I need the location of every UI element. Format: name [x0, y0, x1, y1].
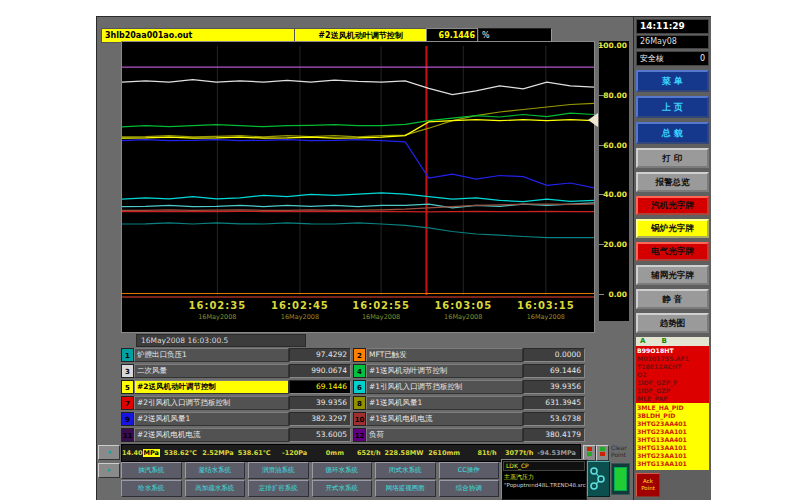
legend-value: 39.9356: [523, 380, 585, 394]
x-tick: 16:03:0516May2008: [423, 300, 503, 321]
legend-row-7[interactable]: 7#2引风机入口调节挡板控制39.9356: [121, 396, 351, 410]
legend-color-swatch: 1: [121, 348, 134, 362]
legend-color-swatch: 7: [121, 396, 134, 410]
panel-button[interactable]: 辅网光字牌: [636, 265, 709, 285]
legend-label: #1送风机动叶调节控制: [366, 364, 523, 378]
alarm-tab[interactable]: A: [640, 337, 645, 346]
legend-row-11[interactable]: 11#2送风机电机电流53.6005: [121, 428, 351, 442]
alarm-tag[interactable]: 3HTG23AA101: [637, 428, 708, 436]
alarm-tag[interactable]: B99O18HT: [637, 347, 708, 355]
nav-button[interactable]: 抽汽系统: [121, 462, 182, 479]
alarm-page-tabs[interactable]: AB: [636, 337, 709, 346]
panel-button[interactable]: 汽机光字牌: [636, 196, 709, 215]
alarm-tag[interactable]: 3MLE_HA_PID: [637, 404, 708, 412]
legend-row-3[interactable]: 3二次风量990.0674: [121, 364, 351, 378]
nav-button[interactable]: 给水系统: [121, 480, 182, 497]
panel-button[interactable]: 电气光字牌: [636, 242, 709, 261]
nav-button[interactable]: 凝结水系统: [185, 462, 246, 479]
trend-line-5: [122, 120, 594, 138]
alarm-tag[interactable]: 3BLDH_PID: [637, 412, 708, 420]
panel-buttons: 菜 单上 页总 貌打 印报警总览汽机光字牌锅炉光字牌电气光字牌辅网光字牌静 音趋…: [636, 70, 709, 333]
alarm-tag[interactable]: 1IDF_GZP: [637, 387, 708, 395]
status-value: 652t/h: [348, 449, 385, 457]
nav-button[interactable]: 开式水系统: [312, 480, 373, 497]
y-tick-label: 60.00: [603, 141, 627, 150]
security-level[interactable]: 安全核 0: [636, 51, 709, 66]
alarm-tag[interactable]: 1IDF_GZP_F: [637, 379, 708, 387]
alarm-tag[interactable]: 3HTG23AA401: [637, 420, 708, 428]
legend-row-1[interactable]: 1炉膛出口负压197.4292: [121, 348, 351, 362]
legend-label: #2引风机入口调节挡板控制: [134, 396, 289, 410]
panel-button[interactable]: 趋势图: [636, 313, 709, 333]
ack-point-button[interactable]: Ack Point: [636, 473, 660, 497]
alarm-tag[interactable]: O2: [637, 371, 708, 379]
nav-button[interactable]: 闭式水系统: [375, 462, 436, 479]
legend-label: 二次风量: [134, 364, 289, 378]
legend-color-swatch: 11: [121, 428, 134, 442]
alarm-tag[interactable]: 3HTG13AA101: [637, 444, 708, 452]
link-tool-button[interactable]: [587, 461, 610, 497]
legend-row-2[interactable]: 2MFT已触发0.0000: [353, 348, 585, 362]
legend-row-4[interactable]: 4#1送风机动叶调节控制69.1446: [353, 364, 585, 378]
status-value: 2.52MPa: [201, 449, 238, 457]
legend-value: 69.1446: [289, 380, 351, 394]
legend-label: #1送风机风量1: [366, 396, 523, 410]
legend-row-8[interactable]: 8#1送风机风量1631.3945: [353, 396, 585, 410]
legend-value: 380.4179: [523, 428, 585, 442]
target-tag-field[interactable]: LDK_CP: [503, 461, 585, 471]
legend-value: 382.3297: [289, 412, 351, 426]
nav-button[interactable]: 综合协调: [439, 480, 500, 497]
legend-color-swatch: 5: [121, 380, 134, 394]
nav-button[interactable]: 润滑油系统: [248, 462, 309, 479]
alarm-tag[interactable]: 3HTG23AA101: [637, 452, 708, 460]
nav-button[interactable]: 网络监视画面: [375, 480, 436, 497]
panel-button[interactable]: 静 音: [636, 289, 709, 309]
y-tick-label: 0.00: [608, 290, 627, 299]
indicator-button-2[interactable]: [596, 445, 609, 461]
legend-value: 69.1446: [523, 364, 585, 378]
mini-scroll-left-button[interactable]: ◂: [98, 445, 120, 460]
y-tick-label: 20.00: [603, 240, 627, 249]
status-value: -94.53MPa: [537, 449, 580, 457]
panel-button[interactable]: 菜 单: [636, 70, 709, 92]
alarm-tag[interactable]: M01017S5.AF1: [637, 355, 708, 363]
y-tick-label: 40.00: [603, 190, 627, 199]
panel-button[interactable]: 锅炉光字牌: [636, 219, 709, 238]
alarm-tab[interactable]: B: [661, 337, 666, 346]
panel-button[interactable]: 总 貌: [636, 122, 709, 144]
x-tick: 16:03:1516May2008: [506, 300, 586, 321]
alarm-tag[interactable]: 3HTG13AA401: [637, 436, 708, 444]
legend-label: #1引风机入口调节挡板控制: [366, 380, 523, 394]
target-info-box: LDK_CP 主蒸汽压力 "Popuptrend48L.TREND48.src": [501, 459, 587, 500]
trend-chart[interactable]: 16:02:3516May200816:02:4516May200816:02:…: [121, 41, 595, 333]
clock-date: 26May08: [636, 35, 709, 49]
legend-row-5[interactable]: 5#2送风机动叶调节控制69.1446: [121, 380, 351, 394]
clear-point-label[interactable]: Clear Point: [611, 444, 627, 458]
monitor-button[interactable]: [611, 463, 630, 495]
panel-button[interactable]: 打 印: [636, 148, 709, 168]
legend-row-10[interactable]: 10#1送风机电机电流53.6738: [353, 412, 585, 426]
mini-scroll-right-button[interactable]: ▸: [98, 463, 120, 478]
nav-button[interactable]: 高加疏水系统: [185, 480, 246, 497]
legend-row-12[interactable]: 12负荷380.4179: [353, 428, 585, 442]
nav-button[interactable]: 循环水系统: [312, 462, 373, 479]
alarm-tag[interactable]: 3HTG13AA101: [637, 460, 708, 468]
trend-plot[interactable]: [122, 46, 594, 295]
nav-button-row-2: 给水系统高加疏水系统定排扩容系统开式水系统网络监视画面综合协调: [121, 480, 499, 497]
nav-button[interactable]: 定排扩容系统: [248, 480, 309, 497]
panel-button[interactable]: 上 页: [636, 96, 709, 118]
legend-row-6[interactable]: 6#1引风机入口调节挡板控制39.9356: [353, 380, 585, 394]
y-axis: 100.0080.0060.0040.0020.000.00: [599, 41, 629, 321]
alarm-tag[interactable]: MLE_PAF: [637, 395, 708, 403]
scale-pointer-icon[interactable]: [588, 113, 598, 127]
panel-button[interactable]: 报警总览: [636, 172, 709, 192]
trend-line-3: [122, 80, 594, 95]
legend-row-9[interactable]: 9#2送风机风量1382.3297: [121, 412, 351, 426]
y-tick-label: 100.00: [598, 41, 627, 50]
alarm-tag[interactable]: T18E12ACHT: [637, 363, 708, 371]
nav-button[interactable]: CC操作: [439, 462, 500, 479]
legend-color-swatch: 8: [353, 396, 366, 410]
legend-left-column: 1炉膛出口负压197.42923二次风量990.06745#2送风机动叶调节控制…: [121, 348, 351, 444]
trend-line-11: [122, 223, 594, 238]
cursor-timestamp: 16May2008 16:03:00.5: [136, 334, 306, 347]
